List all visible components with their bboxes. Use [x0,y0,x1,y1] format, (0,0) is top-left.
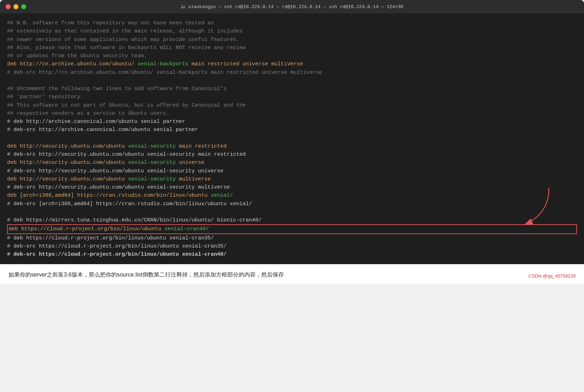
line-26-highlighted: deb https://cloud.r-project.org/bin/linu… [7,224,577,234]
titlebar: 🗂 xiaokangyu — ssh rd@10.224.0.14 — rd@1… [0,0,584,13]
maximize-button[interactable] [21,4,26,9]
line-blank-1 [7,77,577,85]
line-10: ## 'partner' repository. [7,93,577,101]
bottom-section: 如果你的server之前装3.6版本，那么把你的source.list倒数第二行… [0,264,584,284]
line-13: # deb http://archive.canonical.com/ubunt… [7,118,577,126]
line-18: deb http://security.ubuntu.com/ubuntu xe… [7,159,577,167]
arrow-indicator [492,184,556,230]
line-7: # deb-src http://cn.archive.ubuntu.com/u… [7,69,577,77]
line-4: ## Also, please note that software in ba… [7,44,577,52]
line-1: ## N.B. software from this repository ma… [7,19,577,27]
terminal-window: 🗂 xiaokangyu — ssh rd@10.224.0.14 — rd@1… [0,0,584,264]
arrow-section: # deb https://mirrors.tuna.tsinghua.edu.… [7,216,577,234]
line-21: # deb-src http://security.ubuntu.com/ubu… [7,183,577,191]
line-12: ## respective vendors as a service to Ub… [7,109,577,118]
close-button[interactable] [6,4,11,9]
line-blank-2 [7,134,577,142]
line-11: ## This software is not part of Ubuntu, … [7,101,577,109]
line-27: # deb https://cloud.r-project.org/bin/li… [7,234,577,242]
line-2: ## extensively as that contained in the … [7,27,577,35]
line-25: # deb https://mirrors.tuna.tsinghua.edu.… [7,216,577,224]
line-6: deb http://cn.archive.ubuntu.com/ubuntu/… [7,60,577,68]
line-14: # deb-src http://archive.canonical.com/u… [7,126,577,134]
line-20: deb http://security.ubuntu.com/ubuntu xe… [7,175,577,183]
line-5: ## or updates from the Ubuntu security t… [7,52,577,60]
terminal-body: ## N.B. software from this repository ma… [0,13,584,264]
line-23: # deb-src [arch=i386,amd64] https://cran… [7,200,577,208]
line-22: deb [arch=i386,amd64] https://cran.rstud… [7,191,577,200]
line-19: # deb-src http://security.ubuntu.com/ubu… [7,167,577,175]
line-9: ## Uncomment the following two lines to … [7,85,577,93]
line-3: ## newer versions of some applications w… [7,36,577,44]
description-text: 如果你的server之前装3.6版本，那么把你的source.list倒数第二行… [8,271,284,279]
window-title: 🗂 xiaokangyu — ssh rd@10.224.0.14 — rd@1… [181,4,403,10]
traffic-lights [6,4,26,9]
line-blank-3 [7,208,577,216]
line-29: # deb-src https://cloud.r-project.org/bi… [7,250,577,259]
line-17: # deb-src http://security.ubuntu.com/ubu… [7,150,577,159]
watermark: CSDN @qq_45759229 [528,273,576,279]
line-28: # deb-src https://cloud.r-project.org/bi… [7,242,577,250]
minimize-button[interactable] [13,4,18,9]
line-16: deb http://security.ubuntu.com/ubuntu xe… [7,142,577,150]
